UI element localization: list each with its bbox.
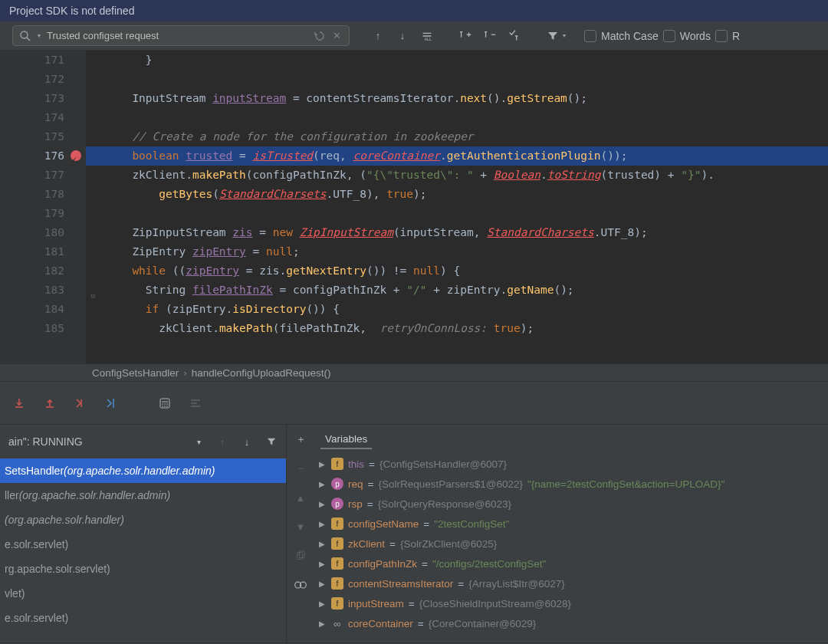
breadcrumb-class[interactable]: ConfigSetsHandler bbox=[92, 367, 179, 379]
frame-up-button[interactable]: ↑ bbox=[212, 432, 232, 452]
select-all-button[interactable]: ALL bbox=[417, 26, 437, 46]
thread-selector[interactable]: ain": RUNNING ▾ bbox=[5, 431, 208, 452]
variable-row[interactable]: ▶f configSetName = "2testConfigSet" bbox=[314, 514, 828, 534]
line-number[interactable]: 176 bbox=[0, 146, 64, 166]
variable-row[interactable]: ▶f zkClient = {SolrZkClient@6025} bbox=[314, 534, 828, 554]
var-kind-icon: f bbox=[331, 458, 343, 470]
expand-icon[interactable]: ▶ bbox=[319, 500, 327, 508]
frame-row[interactable]: (org.apache.solr.handler) bbox=[0, 508, 286, 532]
expand-icon[interactable]: ▶ bbox=[319, 520, 327, 528]
code-line[interactable]: boolean trusted = isTrusted(req, coreCon… bbox=[86, 146, 828, 166]
code-line[interactable]: while ((zipEntry = zis.getNextEntry()) !… bbox=[86, 261, 828, 281]
run-to-cursor-icon[interactable] bbox=[103, 395, 120, 412]
drop-frame-icon[interactable] bbox=[72, 395, 89, 412]
code-line[interactable]: getBytes(StandardCharsets.UTF_8), true); bbox=[86, 185, 828, 204]
editor-breadcrumb[interactable]: ConfigSetsHandler › handleConfigUploadRe… bbox=[0, 363, 828, 382]
breakpoint-icon[interactable] bbox=[71, 150, 81, 161]
frame-row[interactable]: e.solr.servlet) bbox=[0, 606, 286, 630]
watch-up-button: ▲ bbox=[291, 488, 310, 508]
line-number[interactable]: 185 bbox=[0, 319, 64, 338]
next-occurrence-button[interactable]: ↓ bbox=[393, 26, 412, 46]
chevron-down-icon[interactable]: ▾ bbox=[36, 30, 42, 42]
expand-icon[interactable]: ▶ bbox=[319, 480, 327, 488]
variable-row[interactable]: ▶∞ coreContainer = {CoreContainer@6029} bbox=[314, 613, 828, 633]
step-into-icon[interactable] bbox=[11, 395, 28, 412]
expand-icon[interactable]: ▶ bbox=[319, 600, 327, 608]
frame-row[interactable]: rg.apache.solr.servlet) bbox=[0, 557, 286, 581]
variable-row[interactable]: ▶p req = {SolrRequestParsers$1@6022} "{n… bbox=[314, 474, 828, 494]
filter-button[interactable] bbox=[543, 26, 563, 46]
variables-list[interactable]: ▶f this = {ConfigSetsHandler@6007}▶p req… bbox=[314, 449, 828, 633]
code-line[interactable]: ZipInputStream zis = new ZipInputStream(… bbox=[86, 223, 828, 242]
code-line[interactable]: InputStream inputStream = contentStreams… bbox=[86, 89, 828, 108]
line-number[interactable]: 184 bbox=[0, 300, 64, 319]
code-line[interactable]: zkClient.makePath(filePathInZk, retryOnC… bbox=[86, 319, 828, 338]
var-kind-icon: f bbox=[331, 518, 343, 530]
variable-row[interactable]: ▶f configPathInZk = "/configs/2testConfi… bbox=[314, 554, 828, 573]
code-line[interactable] bbox=[86, 108, 828, 127]
code-line[interactable]: // Create a node for the configuration i… bbox=[86, 127, 828, 146]
breadcrumb-method[interactable]: handleConfigUploadRequest() bbox=[192, 367, 331, 379]
show-watches-button[interactable] bbox=[291, 575, 310, 595]
search-box[interactable]: ▾ ✕ bbox=[12, 25, 350, 46]
frame-row[interactable]: vlet) bbox=[0, 581, 286, 606]
frame-row[interactable]: e.solr.servlet) bbox=[0, 532, 286, 557]
code-line[interactable]: if (zipEntry.isDirectory()) { bbox=[86, 300, 828, 319]
match-case-checkbox[interactable]: Match Case bbox=[584, 30, 659, 42]
line-number[interactable]: 175 bbox=[0, 127, 64, 146]
clear-search-icon[interactable]: ✕ bbox=[330, 30, 343, 42]
code-line[interactable]: zkClient.makePath(configPathInZk, ("{\"t… bbox=[86, 166, 828, 185]
line-number[interactable]: 174 bbox=[0, 108, 64, 127]
line-number[interactable]: 183 bbox=[0, 281, 64, 300]
step-out-icon[interactable] bbox=[41, 395, 58, 412]
line-number[interactable]: 179 bbox=[0, 204, 64, 223]
chevron-down-icon: ▾ bbox=[197, 438, 201, 446]
regex-checkbox[interactable]: R bbox=[715, 30, 740, 42]
line-number[interactable]: 182 bbox=[0, 261, 64, 281]
frames-header: ain": RUNNING ▾ ↑ ↓ bbox=[0, 425, 286, 458]
expand-icon[interactable]: ▶ bbox=[319, 580, 327, 588]
code-line[interactable]: String filePathInZk = configPathInZk + "… bbox=[86, 281, 828, 300]
editor-code[interactable]: } InputStream inputStream = contentStrea… bbox=[86, 51, 828, 363]
frames-list[interactable]: SetsHandler (org.apache.solr.handler.adm… bbox=[0, 458, 286, 630]
var-kind-icon: p bbox=[331, 498, 343, 510]
line-number[interactable]: 177 bbox=[0, 166, 64, 185]
expand-icon[interactable]: ▶ bbox=[319, 540, 327, 548]
code-line[interactable] bbox=[86, 70, 828, 89]
frame-down-button[interactable]: ↓ bbox=[237, 432, 257, 452]
code-line[interactable] bbox=[86, 204, 828, 223]
chevron-down-icon[interactable]: ▾ bbox=[563, 32, 566, 39]
variable-row[interactable]: ▶f contentStreamsIterator = {ArrayList$I… bbox=[314, 573, 828, 593]
select-all-occurrences-button[interactable] bbox=[504, 26, 524, 46]
frame-filter-button[interactable] bbox=[261, 432, 281, 452]
remove-selection-button[interactable] bbox=[480, 26, 500, 46]
expand-icon[interactable]: ▶ bbox=[319, 619, 327, 628]
calculator-icon[interactable] bbox=[156, 395, 173, 412]
var-kind-icon: f bbox=[331, 557, 343, 570]
add-watch-button[interactable]: ＋ bbox=[291, 429, 310, 449]
code-line[interactable]: } bbox=[86, 51, 828, 70]
frame-row[interactable]: ller (org.apache.solr.handler.admin) bbox=[0, 483, 286, 508]
line-number[interactable]: 172 bbox=[0, 70, 64, 89]
line-number[interactable]: 180 bbox=[0, 223, 64, 242]
variable-row[interactable]: ▶p rsp = {SolrQueryResponse@6023} bbox=[314, 494, 828, 514]
editor-gutter[interactable]: 171172173174175176177178179180181182⊟183… bbox=[0, 51, 86, 363]
variable-row[interactable]: ▶f inputStream = {CloseShieldInputStream… bbox=[314, 593, 828, 613]
expand-icon[interactable]: ▶ bbox=[319, 560, 327, 568]
line-number[interactable]: 173 bbox=[0, 89, 64, 108]
words-checkbox[interactable]: Words bbox=[663, 30, 711, 42]
line-number[interactable]: 181 bbox=[0, 242, 64, 261]
history-icon[interactable] bbox=[314, 30, 326, 42]
code-line[interactable]: ZipEntry zipEntry = null; bbox=[86, 242, 828, 261]
line-number[interactable]: 178 bbox=[0, 185, 64, 204]
editor[interactable]: 171172173174175176177178179180181182⊟183… bbox=[0, 51, 828, 363]
variables-tab[interactable]: Variables bbox=[314, 425, 828, 449]
search-input[interactable] bbox=[47, 30, 309, 41]
prev-occurrence-button[interactable]: ↑ bbox=[368, 26, 388, 46]
expand-icon[interactable]: ▶ bbox=[319, 460, 327, 468]
line-number[interactable]: 171 bbox=[0, 51, 64, 70]
frame-row[interactable]: SetsHandler (org.apache.solr.handler.adm… bbox=[0, 458, 286, 483]
svg-point-11 bbox=[162, 406, 163, 407]
variable-row[interactable]: ▶f this = {ConfigSetsHandler@6007} bbox=[314, 454, 828, 474]
add-selection-button[interactable] bbox=[455, 26, 475, 46]
